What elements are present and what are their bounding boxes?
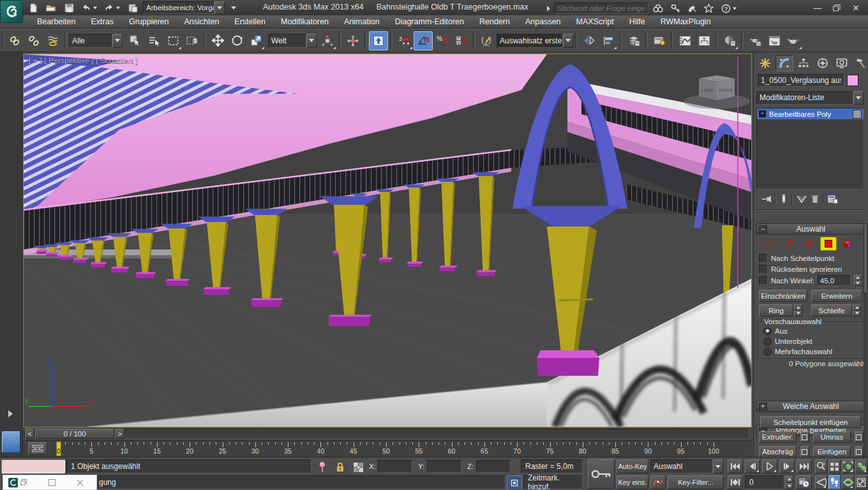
menu-animation[interactable]: Animation [336,17,387,26]
viewport-layout-tab[interactable] [2,431,20,453]
extrudier--button[interactable]: Extrudier. [759,431,797,443]
zoom-button[interactable]: ± [815,459,827,473]
insert-vertex-button[interactable]: Scheitelpunkt einfügen [760,416,861,428]
rendered-frame-window-button[interactable] [765,31,784,50]
field-of-view-button[interactable] [815,475,827,489]
x-coordinate-field[interactable] [378,460,412,473]
select-by-name-button[interactable] [144,31,163,50]
radio-button[interactable] [763,327,772,336]
configure-modifier-sets-button[interactable] [827,194,838,204]
render-setup-button[interactable] [745,31,765,50]
redo-button[interactable] [102,0,123,15]
keyboard-shortcut-override-toggle[interactable] [369,31,388,50]
application-menu-button[interactable] [0,0,23,23]
open-mini-curve-editor-button[interactable] [28,442,47,455]
pin-stack-button[interactable] [761,194,772,204]
default-in-out-tangents-button[interactable] [650,475,666,489]
open-file-button[interactable] [43,0,59,15]
select-and-scale-button[interactable] [246,31,266,50]
make-unique-button[interactable] [796,195,807,204]
modifier-stack[interactable]: +Bearbeitbares Poly [756,108,864,189]
viewport-label[interactable]: [ + ] [ Perspektive ] [ Schattiert ] [29,57,138,64]
time-configuration-button[interactable] [796,475,812,489]
expand-tray-button[interactable] [5,408,15,419]
perspective-viewport[interactable]: [ + ] [ Perspektive ] [ Schattiert ] [23,54,752,427]
tab-display[interactable] [833,55,851,71]
reference-coordinate-arrow[interactable] [306,34,317,48]
rollout-soft-selection[interactable]: + Weiche Auswahl [756,401,865,412]
restore-button[interactable] [827,1,846,14]
subobject-border-button[interactable] [801,237,818,251]
previous-frame-slider-button[interactable]: < [25,429,34,439]
snap-toggle-3d-button[interactable]: 3 [394,31,414,50]
maxscript-mini-listener-macro[interactable] [1,459,65,473]
add-time-tag-field[interactable]: Zeitmark. hinzuf. [523,475,583,489]
subscription-button[interactable] [668,1,683,15]
settings-button[interactable] [855,446,864,457]
shrink-button[interactable]: Einschränken [759,290,807,302]
menu-anpassen[interactable]: Anpassen [518,17,569,26]
walk-through-button[interactable] [828,475,841,489]
modifier-stack-row[interactable]: +Bearbeitbares Poly [757,108,864,119]
rollout-selection[interactable]: – Auswahl [756,223,865,235]
einfügen-button[interactable]: Einfügen [813,446,851,457]
render-production-button[interactable] [784,31,803,50]
go-to-end-button[interactable] [797,459,812,473]
viewcube-left-label[interactable]: LINKS [701,88,714,93]
quick-access-overflow-button[interactable] [227,1,240,15]
undo-button[interactable] [79,0,100,15]
tab-hierarchy[interactable] [795,55,812,71]
close-button[interactable]: ✕ [846,1,865,14]
new-file-button[interactable] [26,0,41,15]
subobject-edge-button[interactable] [782,237,798,251]
next-frame-button[interactable] [779,459,795,473]
ring-spinner[interactable] [794,304,802,316]
window-crossing-toggle-button[interactable] [183,31,202,50]
infocenter-collapse-button[interactable] [544,1,553,15]
settings-button[interactable] [855,431,864,443]
key-filters-button[interactable]: Key-Filter... [668,475,724,489]
project-folder-button[interactable] [125,0,140,15]
loop-button[interactable]: Schleife [811,304,852,316]
viewcube-front-label[interactable]: VORNE [718,88,733,93]
help-button[interactable]: ? [717,1,740,15]
bind-to-space-warp-button[interactable] [43,31,63,50]
checkbox[interactable] [759,254,768,263]
set-key-button[interactable]: Key eins. [617,475,648,489]
panel-scrollbar-thumb[interactable] [864,223,867,293]
track-bar[interactable]: 0510152025303540455055606570758085909510… [23,440,752,457]
select-object-button[interactable] [125,31,144,50]
menu-bearbeiten[interactable]: Bearbeiten [29,17,83,26]
menu-ansichten[interactable]: Ansichten [176,17,227,26]
menu-hilfe[interactable]: Hilfe [622,17,653,26]
go-to-start-button[interactable] [728,459,743,473]
mirror-button[interactable] [580,31,599,50]
named-selection-set-dropdown[interactable]: Auswahlsatz erstellen [497,34,573,48]
settings-button[interactable] [800,446,809,457]
maximize-viewport-toggle[interactable] [855,475,867,489]
expand-stack-icon[interactable]: + [759,110,766,117]
key-mode-dropdown[interactable]: Auswahl [650,459,723,473]
align-button[interactable] [599,31,618,50]
favorites-button[interactable] [701,1,716,15]
umriss-button[interactable]: Umriss [813,431,851,443]
communication-center-button[interactable] [684,1,700,15]
percent-snap-toggle-button[interactable]: % [433,31,452,50]
selection-filter-arrow[interactable] [112,34,123,48]
layer-manager-button[interactable] [624,31,643,50]
floating-window-maximize-icon[interactable] [49,479,56,486]
reference-coordinate-dropdown[interactable]: Welt [268,34,317,48]
current-frame-field[interactable]: 0 [745,475,784,489]
auto-key-button[interactable]: Auto-Key [617,459,648,473]
time-slider-handle[interactable]: 0 / 100 [35,429,114,439]
zoom-all-button[interactable] [828,459,841,473]
tab-utilities[interactable] [852,55,868,71]
select-and-manipulate-button[interactable] [343,31,363,50]
rectangular-selection-region-button[interactable] [163,31,183,50]
modifier-list-dropdown[interactable]: Modifikatoren-Liste [756,91,864,105]
save-file-button[interactable] [61,0,77,15]
y-coordinate-field[interactable] [427,460,461,473]
named-selection-set-arrow[interactable] [563,34,573,48]
search-button[interactable] [650,1,666,15]
subobject-element-button[interactable] [839,237,856,251]
